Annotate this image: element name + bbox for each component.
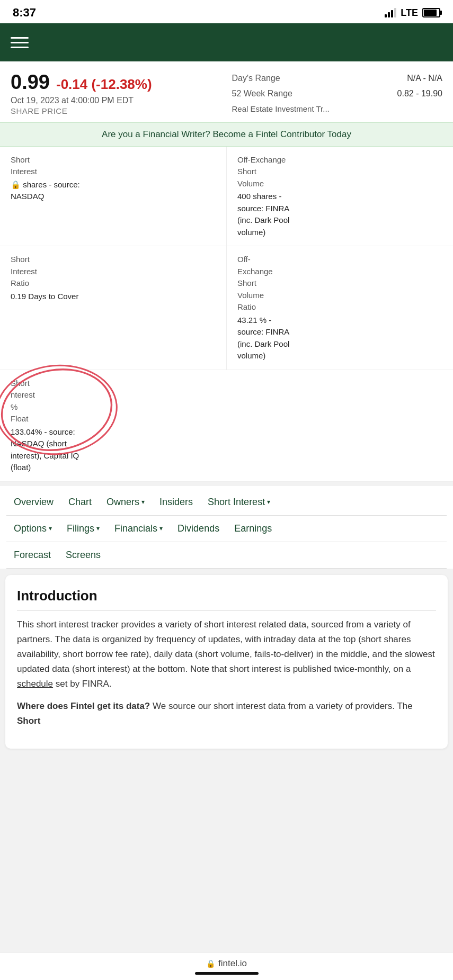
where-fintel-bold: Where does Fintel get its data? [17,701,150,711]
header [0,23,453,61]
schedule-link[interactable]: schedule [17,679,53,689]
sip-label: Shortnterest%Float [11,377,216,425]
owners-chevron-icon: ▾ [141,498,145,506]
off-exchange-value: 400 shares -source: FINRA(inc. Dark Pool… [237,191,442,238]
price-left: 0.99 -0.14 (-12.38%) Oct 19, 2023 at 4:0… [11,71,221,116]
nav-dividends[interactable]: Dividends [170,519,227,538]
price-date: Oct 19, 2023 at 4:00:00 PM EDT [11,96,221,105]
price-change: -0.14 (-12.38%) [56,76,152,93]
days-range-label: Day's Range [232,71,280,86]
nav-row-3: Forecast Screens [6,542,447,568]
short-interest-ratio-cell: ShortInterestRatio 0.19 Days to Cover [0,246,227,370]
days-range-row: Day's Range N/A - N/A [232,71,443,86]
intro-body: This short interest tracker provides a v… [17,617,436,729]
sip-value: 133.04% - source:NASDAQ (shortinterest),… [11,426,216,474]
lte-label: LTE [401,7,418,19]
status-time: 8:37 [13,6,36,20]
financials-chevron-icon: ▾ [159,525,163,532]
price-main: 0.99 -0.14 (-12.38%) [11,71,221,94]
nav-screens[interactable]: Screens [58,545,108,565]
nav-row-2: Options ▾ Filings ▾ Financials ▾ Dividen… [6,516,447,542]
days-range-value: N/A - N/A [407,71,442,86]
short-interest-ratio-row: ShortInterestRatio 0.19 Days to Cover Of… [0,246,453,370]
nav-options[interactable]: Options ▾ [6,519,59,538]
price-label: SHARE PRICE [11,106,221,115]
banner-text: Are you a Financial Writer? Become a Fin… [102,129,351,139]
nav-earnings[interactable]: Earnings [227,519,279,538]
nav-chart[interactable]: Chart [61,492,99,512]
nav-overview[interactable]: Overview [6,492,61,512]
bottom-bar: 🔒 fintel.io [0,952,453,980]
nav-filings[interactable]: Filings ▾ [59,519,107,538]
nav-forecast[interactable]: Forecast [6,545,58,565]
nav-short-interest[interactable]: Short Interest ▾ [200,492,278,512]
data-grid: ShortInterest 🔒 shares - source:NASDAQ O… [0,147,453,482]
empty-cell [227,370,454,481]
nav-owners[interactable]: Owners ▾ [99,492,152,512]
oer-value: 43.21 % -source: FINRA(inc. Dark Poolvol… [237,314,442,362]
week-range-value: 0.82 - 19.90 [397,86,442,102]
nav-insiders[interactable]: Insiders [152,492,200,512]
short-interest-cell: ShortInterest 🔒 shares - source:NASDAQ [0,147,227,246]
intro-paragraph-1: This short interest tracker provides a v… [17,617,436,691]
intro-paragraph-2: Where does Fintel get its data? We sourc… [17,699,436,729]
stock-type: Real Estate Investment Tr... [232,102,443,116]
share-price: 0.99 [11,71,50,94]
nav-tabs: Overview Chart Owners ▾ Insiders Short I… [0,486,453,569]
intro-card: Introduction This short interest tracker… [5,575,448,749]
intro-title: Introduction [17,588,436,611]
short-interest-pct-row: Shortnterest%Float 133.04% - source:NASD… [0,370,453,482]
url-bar: 🔒 fintel.io [206,958,247,969]
menu-button[interactable] [11,37,29,48]
status-icons: LTE [385,7,440,19]
short-bold: Short [17,716,40,726]
off-exchange-label: Off-ExchangeShortVolume [237,154,442,190]
short-interest-row: ShortInterest 🔒 shares - source:NASDAQ O… [0,147,453,247]
options-chevron-icon: ▾ [49,525,52,532]
short-interest-chevron-icon: ▾ [267,498,270,506]
sir-value: 0.19 Days to Cover [11,291,216,303]
short-interest-label: ShortInterest [11,154,216,178]
short-interest-pct-cell: Shortnterest%Float 133.04% - source:NASD… [0,370,227,481]
status-bar: 8:37 LTE [0,0,453,23]
url-text: fintel.io [218,958,247,969]
off-exchange-ratio-cell: Off-ExchangeShortVolumeRatio 43.21 % -so… [227,246,453,370]
home-indicator [195,972,259,975]
battery-icon [422,8,440,17]
lock-icon: 🔒 [206,959,215,968]
short-interest-value: 🔒 shares - source:NASDAQ [11,179,216,203]
nav-divider-3 [6,568,447,569]
oer-label: Off-ExchangeShortVolumeRatio [237,254,442,313]
signal-bars-icon [385,8,396,17]
filings-chevron-icon: ▾ [96,525,100,532]
nav-row-1: Overview Chart Owners ▾ Insiders Short I… [6,489,447,515]
week-range-row: 52 Week Range 0.82 - 19.90 [232,86,443,102]
price-right: Day's Range N/A - N/A 52 Week Range 0.82… [232,71,443,116]
price-section: 0.99 -0.14 (-12.38%) Oct 19, 2023 at 4:0… [0,61,453,122]
off-exchange-cell: Off-ExchangeShortVolume 400 shares -sour… [227,147,453,246]
nav-financials[interactable]: Financials ▾ [107,519,170,538]
week-range-label: 52 Week Range [232,86,292,102]
contributor-banner[interactable]: Are you a Financial Writer? Become a Fin… [0,122,453,147]
sir-label: ShortInterestRatio [11,254,216,290]
